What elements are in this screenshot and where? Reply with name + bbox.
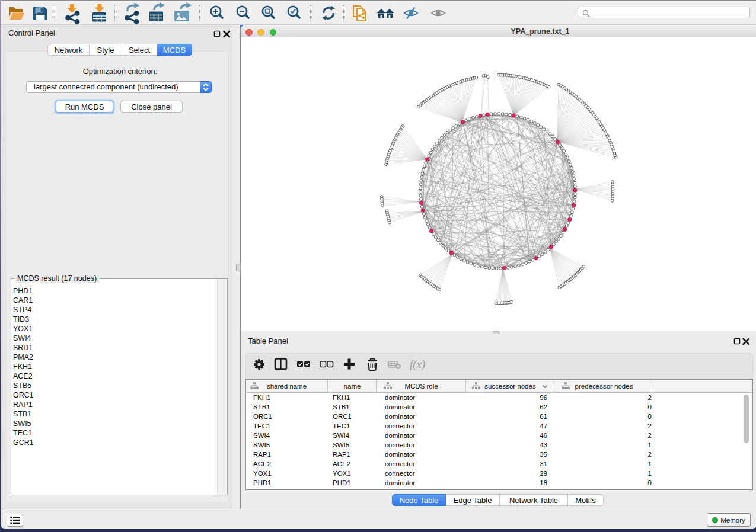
svg-text:f(x): f(x): [410, 358, 425, 371]
